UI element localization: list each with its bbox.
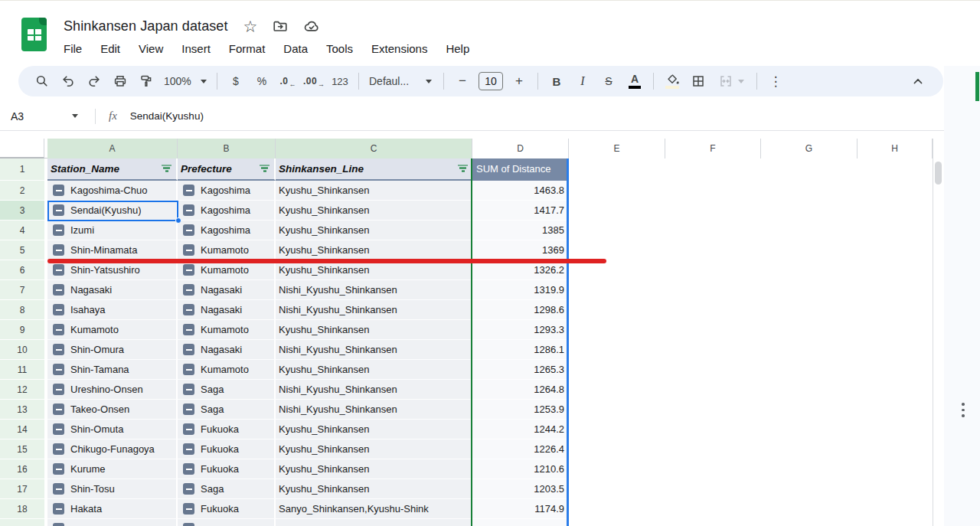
row-header-9[interactable]: 9 (0, 320, 44, 340)
cell-B14[interactable]: Fukuoka (178, 420, 276, 439)
cell-B19[interactable] (178, 519, 276, 526)
decrease-decimal-button[interactable]: .0← (276, 70, 299, 93)
row-header-7[interactable]: 7 (0, 280, 44, 300)
cell-A16[interactable]: Kurume (47, 459, 178, 479)
cell-C18[interactable]: Sanyo_Shinkansen,Kyushu-Shink (276, 499, 472, 519)
cell-D3[interactable]: 1417.7 (472, 201, 569, 221)
collapse-minus-button[interactable] (53, 403, 64, 415)
row-header-8[interactable]: 8 (0, 300, 44, 320)
strikethrough-button[interactable]: S (597, 70, 620, 93)
cell-A18[interactable]: Hakata (47, 499, 178, 519)
cell-B1[interactable]: Prefecture (178, 158, 276, 181)
row-header-12[interactable]: 12 (0, 380, 44, 400)
row-header-17[interactable]: 17 (0, 479, 44, 499)
collapse-minus-button[interactable] (53, 304, 64, 315)
collapse-minus-button[interactable] (183, 324, 194, 335)
cloud-saved-icon[interactable] (303, 19, 320, 33)
vertical-scrollbar[interactable] (933, 139, 944, 526)
cell-C4[interactable]: Kyushu_Shinkansen (276, 221, 472, 240)
sheets-logo-icon[interactable] (21, 18, 47, 51)
cell-D5[interactable]: 1369 (472, 240, 569, 260)
cell-A14[interactable]: Shin-Omuta (47, 420, 178, 439)
cell-A9[interactable]: Kumamoto (47, 320, 178, 340)
cell-A17[interactable]: Shin-Tosu (47, 479, 178, 499)
star-icon[interactable]: ☆ (243, 18, 258, 34)
collapse-minus-button[interactable] (53, 523, 64, 526)
cell-D8[interactable]: 1298.6 (472, 300, 569, 320)
menu-extensions[interactable]: Extensions (362, 40, 436, 57)
collapse-minus-button[interactable] (183, 364, 194, 375)
cell-D1[interactable]: SUM of Distance (472, 158, 569, 181)
doc-title[interactable]: Shinkansen Japan dataset (64, 18, 228, 34)
collapse-minus-button[interactable] (183, 204, 194, 216)
collapse-minus-button[interactable] (183, 443, 194, 455)
search-icon[interactable] (31, 70, 54, 93)
cell-B5[interactable]: Kumamoto (178, 240, 276, 260)
cell-B13[interactable]: Saga (178, 400, 276, 420)
hide-menus-chevron-icon[interactable] (906, 70, 929, 93)
column-header-G[interactable]: G (761, 139, 858, 158)
collapse-minus-button[interactable] (183, 224, 194, 236)
cell-A8[interactable]: Isahaya (47, 300, 178, 320)
panel-drag-handle[interactable] (962, 403, 965, 417)
cell-D19[interactable] (472, 519, 569, 526)
collapse-minus-button[interactable] (53, 503, 64, 515)
cell-B8[interactable]: Nagasaki (178, 300, 276, 320)
font-select[interactable]: Defaul... (366, 70, 436, 93)
collapse-minus-button[interactable] (183, 185, 194, 196)
collapse-minus-button[interactable] (53, 264, 64, 276)
row-header-5[interactable]: 5 (0, 240, 44, 260)
cell-A5[interactable]: Shin-Minamata (47, 240, 178, 260)
cell-C5[interactable]: Kyushu_Shinkansen (276, 240, 472, 260)
cell-B12[interactable]: Saga (178, 380, 276, 400)
cell-D10[interactable]: 1286.1 (472, 340, 569, 360)
move-folder-icon[interactable] (273, 19, 288, 33)
collapse-minus-button[interactable] (53, 463, 64, 475)
collapse-minus-button[interactable] (183, 423, 194, 435)
cell-D17[interactable]: 1203.5 (472, 479, 569, 499)
increase-decimal-button[interactable]: .00→ (302, 70, 325, 93)
cell-B10[interactable]: Nagasaki (178, 340, 276, 360)
cell-B18[interactable]: Fukuoka (178, 499, 276, 519)
cell-A19[interactable] (47, 519, 178, 526)
menu-tools[interactable]: Tools (317, 40, 362, 57)
row-header-11[interactable]: 11 (0, 360, 44, 380)
cell-B16[interactable]: Fukuoka (178, 459, 276, 479)
row-header-18[interactable]: 18 (0, 499, 44, 519)
cell-D7[interactable]: 1319.9 (472, 280, 569, 300)
row-header-1[interactable]: 1 (0, 158, 44, 181)
collapse-minus-button[interactable] (183, 264, 194, 276)
row-header-3[interactable]: 3 (0, 201, 44, 221)
collapse-minus-button[interactable] (183, 284, 194, 296)
collapse-minus-button[interactable] (183, 523, 194, 526)
menu-file[interactable]: File (64, 40, 91, 57)
cell-D18[interactable]: 1174.9 (472, 499, 569, 519)
collapse-minus-button[interactable] (53, 244, 64, 256)
collapse-minus-button[interactable] (53, 443, 64, 455)
cell-D14[interactable]: 1244.2 (472, 420, 569, 439)
cell-D15[interactable]: 1226.4 (472, 439, 569, 459)
collapse-minus-button[interactable] (183, 304, 194, 315)
collapse-minus-button[interactable] (53, 364, 64, 375)
print-icon[interactable] (109, 70, 132, 93)
column-header-D[interactable]: D (472, 139, 569, 158)
row-header-4[interactable]: 4 (0, 221, 44, 240)
italic-button[interactable]: I (571, 70, 594, 93)
menu-data[interactable]: Data (274, 40, 317, 57)
cell-B15[interactable]: Fukuoka (178, 439, 276, 459)
cell-A11[interactable]: Shin-Tamana (47, 360, 178, 380)
cell-C2[interactable]: Kyushu_Shinkansen (276, 181, 472, 201)
cell-B9[interactable]: Kumamoto (178, 320, 276, 340)
cell-C13[interactable]: Nishi_Kyushu_Shinkansen (276, 400, 472, 420)
text-color-button[interactable]: A (623, 70, 646, 93)
cell-C9[interactable]: Kyushu_Shinkansen (276, 320, 472, 340)
cell-C1[interactable]: Shinkansen_Line (276, 158, 472, 181)
cell-A15[interactable]: Chikugo-Funagoya (47, 439, 178, 459)
filter-icon[interactable] (260, 165, 270, 173)
cell-A13[interactable]: Takeo-Onsen (47, 400, 178, 420)
zoom-select[interactable]: 100% (161, 70, 210, 93)
menu-insert[interactable]: Insert (172, 40, 220, 57)
collapse-minus-button[interactable] (183, 463, 194, 475)
collapse-minus-button[interactable] (183, 244, 194, 256)
cell-D16[interactable]: 1210.6 (472, 459, 569, 479)
